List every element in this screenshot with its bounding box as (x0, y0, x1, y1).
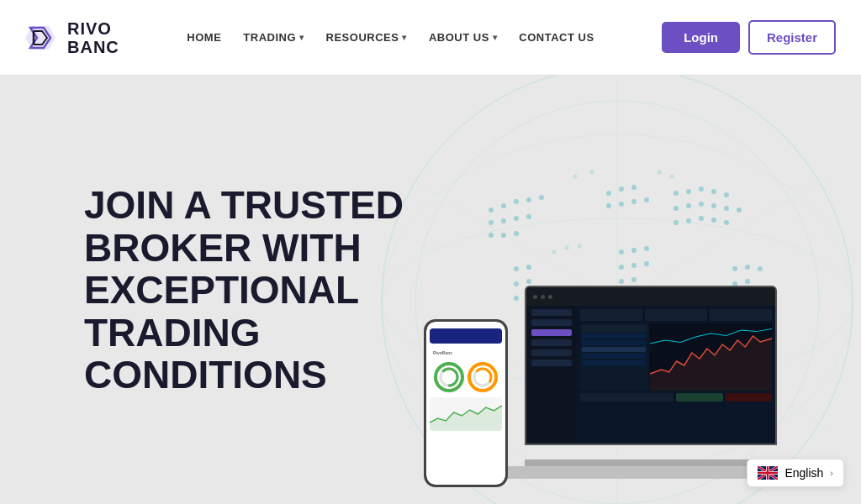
screen-sidebar (526, 306, 577, 445)
screen-body (526, 306, 775, 445)
logo-icon (25, 21, 59, 55)
resources-chevron-icon: ▾ (402, 33, 407, 42)
screen-header (526, 287, 775, 306)
main-nav: HOME TRADING ▾ RESOURCES ▾ ABOUT US ▾ CO… (178, 24, 602, 50)
laptop-mockup (499, 286, 802, 479)
nav-about-us[interactable]: ABOUT US ▾ (420, 24, 505, 50)
phone-gauges (430, 362, 502, 392)
logo-text: RIVO BANC (67, 19, 119, 56)
dot-2 (541, 295, 545, 299)
language-chevron-icon: › (830, 468, 833, 478)
laptop-screen (525, 286, 777, 445)
phone-top-bar (430, 328, 502, 344)
laptop-hinge (525, 459, 777, 466)
chart-overlay-svg (650, 323, 772, 350)
nav-resources[interactable]: RESOURCES ▾ (318, 24, 415, 50)
gauge-orange (467, 362, 498, 392)
devices-mockup: RivoBanc (390, 168, 827, 504)
dot-3 (548, 295, 552, 299)
phone-text: RivoBanc (430, 349, 502, 357)
nav-buttons: Login Register (662, 20, 836, 55)
header: RIVO BANC HOME TRADING ▾ RESOURCES ▾ ABO… (0, 0, 861, 76)
phone-chart (430, 397, 502, 431)
language-selector[interactable]: English › (747, 459, 844, 487)
hero-section: JOIN A TRUSTED BROKER WITH EXCEPTIONAL T… (0, 76, 861, 504)
hero-text: JOIN A TRUSTED BROKER WITH EXCEPTIONAL T… (84, 184, 404, 396)
register-button[interactable]: Register (748, 20, 836, 55)
phone-mockup: RivoBanc (424, 319, 508, 487)
login-button[interactable]: Login (662, 22, 740, 53)
gauge-green-icon (437, 365, 461, 389)
phone-screen: RivoBanc (426, 322, 505, 485)
flag-icon (758, 466, 778, 480)
trading-chevron-icon: ▾ (299, 33, 304, 42)
gauge-green (434, 362, 464, 392)
about-chevron-icon: ▾ (493, 33, 498, 42)
nav-home[interactable]: HOME (178, 24, 230, 50)
language-label: English (784, 466, 823, 480)
screen-main (577, 306, 775, 445)
nav-contact-us[interactable]: CONTACT US (510, 24, 602, 50)
dot-1 (533, 295, 537, 299)
hero-title: JOIN A TRUSTED BROKER WITH EXCEPTIONAL T… (84, 184, 404, 396)
gauge-orange-icon (471, 365, 494, 389)
phone-chart-svg (430, 397, 502, 431)
logo[interactable]: RIVO BANC (25, 19, 119, 56)
nav-trading[interactable]: TRADING ▾ (235, 24, 312, 50)
